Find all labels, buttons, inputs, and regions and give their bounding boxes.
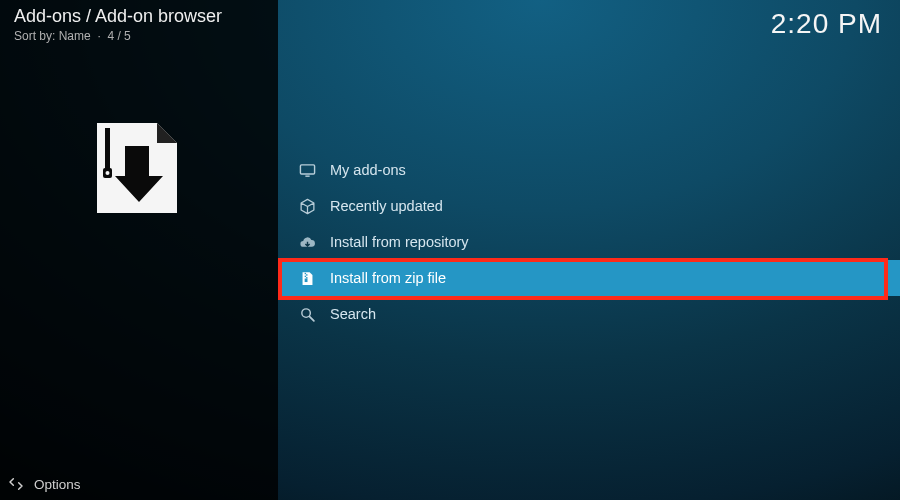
sort-value: Name: [59, 29, 91, 43]
menu-item-install-from-repository[interactable]: Install from repository: [278, 224, 900, 260]
zip-download-icon: [76, 118, 198, 222]
svg-point-2: [106, 171, 110, 175]
zip-file-icon: [298, 269, 316, 287]
svg-rect-0: [105, 128, 110, 168]
sidebar: [0, 0, 278, 500]
list-position: 4 / 5: [107, 29, 130, 43]
menu-item-label: My add-ons: [330, 162, 406, 178]
menu-item-install-from-zip[interactable]: Install from zip file: [278, 260, 900, 296]
header: Add-ons / Add-on browser Sort by: Name ·…: [14, 6, 222, 43]
menu-item-recently-updated[interactable]: Recently updated: [278, 188, 900, 224]
menu-item-label: Install from zip file: [330, 270, 446, 286]
menu-item-my-addons[interactable]: My add-ons: [278, 152, 900, 188]
options-icon: [8, 476, 24, 492]
box-icon: [298, 197, 316, 215]
svg-rect-8: [306, 277, 307, 278]
svg-line-11: [309, 316, 313, 320]
search-icon: [298, 305, 316, 323]
menu-item-label: Recently updated: [330, 198, 443, 214]
footer-options[interactable]: Options: [8, 476, 81, 492]
screen-icon: [298, 161, 316, 179]
menu-item-label: Install from repository: [330, 234, 469, 250]
footer-options-label: Options: [34, 477, 81, 492]
menu-list: My add-ons Recently updated Install from…: [278, 152, 900, 332]
svg-rect-6: [306, 274, 307, 275]
menu-item-label: Search: [330, 306, 376, 322]
breadcrumb-title: Add-ons / Add-on browser: [14, 6, 222, 27]
clock: 2:20 PM: [771, 8, 882, 40]
cloud-download-icon: [298, 233, 316, 251]
svg-rect-3: [300, 164, 314, 173]
svg-rect-5: [304, 272, 305, 273]
menu-item-search[interactable]: Search: [278, 296, 900, 332]
sort-label: Sort by:: [14, 29, 55, 43]
header-subtitle: Sort by: Name · 4 / 5: [14, 29, 222, 43]
svg-rect-4: [305, 175, 309, 176]
svg-rect-9: [304, 278, 307, 282]
svg-rect-7: [304, 275, 305, 276]
